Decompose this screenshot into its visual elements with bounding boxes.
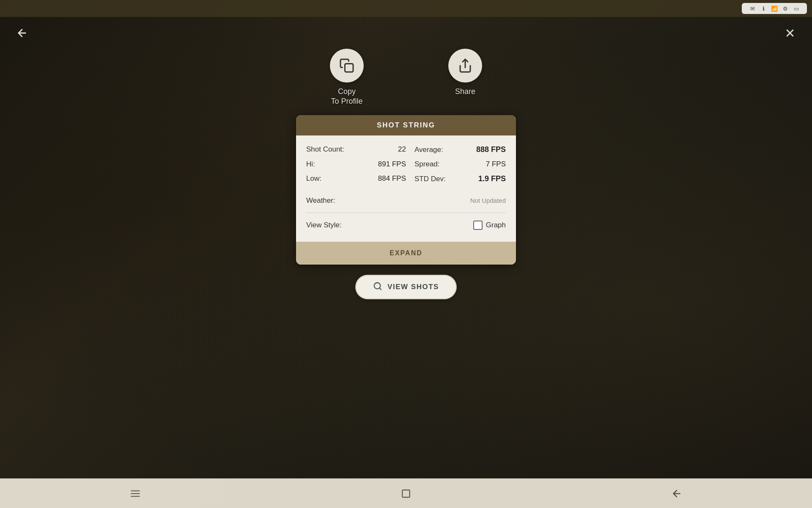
copy-to-profile-label: Copy To Profile — [331, 87, 362, 107]
low-row: Low: 884 FPS — [306, 173, 406, 185]
weather-row: Weather: Not Updated — [306, 193, 506, 208]
spread-row: Spread: 7 FPS — [406, 159, 506, 170]
std-dev-value: 1.9 FPS — [478, 174, 506, 183]
hi-value: 891 FPS — [378, 160, 406, 168]
svg-rect-7 — [402, 490, 409, 497]
shot-count-label: Shot Count: — [306, 145, 344, 154]
view-shots-button[interactable]: VIEW SHOTS — [355, 275, 457, 299]
main-content: Copy To Profile Share SHOT STRING — [0, 49, 812, 478]
std-dev-label: STD Dev: — [414, 175, 446, 183]
average-label: Average: — [414, 146, 443, 154]
average-row: Average: 888 FPS — [406, 144, 506, 155]
status-icons-group: ✉ ℹ 📶 ⚙ ▭ — [742, 3, 807, 14]
spread-label: Spread: — [414, 160, 440, 168]
settings-icon: ⚙ — [782, 5, 789, 12]
view-shots-label: VIEW SHOTS — [387, 283, 439, 291]
view-style-row: View Style: Graph — [306, 217, 506, 233]
action-buttons-row: Copy To Profile Share — [330, 49, 482, 107]
share-icon-circle — [448, 49, 482, 83]
low-value: 884 FPS — [378, 174, 406, 183]
back-button[interactable] — [13, 24, 31, 42]
divider — [306, 213, 506, 213]
svg-line-3 — [379, 288, 381, 290]
status-bar: ✉ ℹ 📶 ⚙ ▭ — [0, 0, 812, 17]
copy-to-profile-button[interactable]: Copy To Profile — [330, 49, 364, 107]
svg-rect-0 — [345, 64, 354, 72]
bottom-back-button[interactable] — [664, 484, 689, 503]
card-header-text: SHOT STRING — [377, 121, 435, 129]
view-style-label: View Style: — [306, 221, 342, 229]
share-button[interactable]: Share — [448, 49, 482, 97]
bottom-nav-bar — [0, 478, 812, 508]
spread-value: 7 FPS — [486, 160, 506, 168]
weather-value: Not Updated — [470, 197, 506, 204]
hi-row: Hi: 891 FPS — [306, 159, 406, 170]
std-dev-row: STD Dev: 1.9 FPS — [406, 173, 506, 185]
info-icon: ℹ — [760, 5, 767, 12]
shot-count-value: 22 — [398, 145, 406, 154]
bottom-home-button[interactable] — [393, 484, 419, 503]
low-label: Low: — [306, 174, 321, 183]
expand-button[interactable]: EXPAND — [296, 242, 516, 265]
average-value: 888 FPS — [476, 145, 506, 154]
search-icon — [373, 282, 382, 293]
graph-label: Graph — [486, 221, 506, 229]
shot-string-card: SHOT STRING Shot Count: 22 Average: 888 … — [296, 115, 516, 265]
share-label: Share — [455, 87, 475, 97]
copy-to-profile-icon-circle — [330, 49, 364, 83]
signal-icon: 📶 — [771, 5, 778, 12]
battery-icon: ▭ — [793, 5, 800, 12]
weather-label: Weather: — [306, 196, 335, 205]
card-body: Shot Count: 22 Average: 888 FPS Hi: 891 … — [296, 135, 516, 242]
shot-count-row: Shot Count: 22 — [306, 144, 406, 155]
nav-bar — [0, 17, 812, 49]
graph-checkbox[interactable]: Graph — [473, 221, 506, 230]
mail-icon: ✉ — [749, 5, 756, 12]
close-button[interactable] — [781, 24, 799, 42]
hi-label: Hi: — [306, 160, 315, 168]
graph-checkbox-box[interactable] — [473, 221, 483, 230]
stats-grid: Shot Count: 22 Average: 888 FPS Hi: 891 … — [306, 144, 506, 185]
card-header: SHOT STRING — [296, 115, 516, 135]
bottom-menu-button[interactable] — [123, 484, 148, 503]
